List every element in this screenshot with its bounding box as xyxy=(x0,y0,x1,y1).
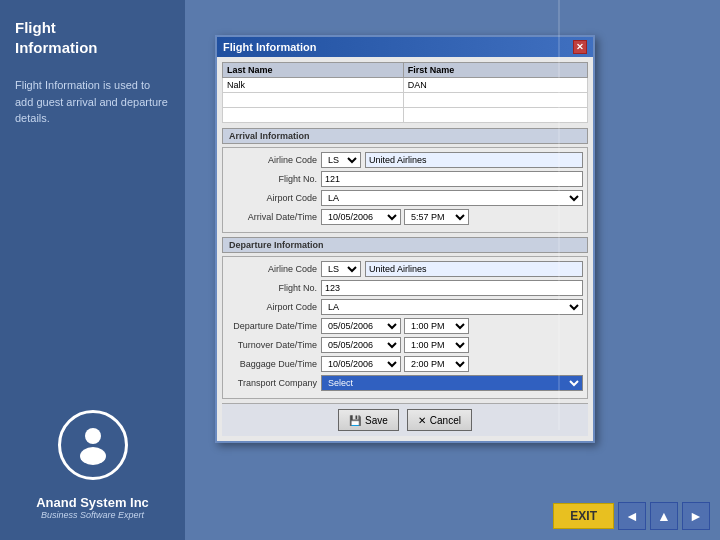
nav-prev-button[interactable]: ◄ xyxy=(618,502,646,530)
dep-airline-row: Airline Code LS xyxy=(227,261,583,277)
dialog-close-button[interactable]: ✕ xyxy=(573,40,587,54)
dep-airport-row: Airport Code LA xyxy=(227,299,583,315)
sidebar-description: Flight Information is used to add guest … xyxy=(0,67,185,137)
dep-flight-row: Flight No. xyxy=(227,280,583,296)
guest-last-name: Nalk xyxy=(223,78,404,93)
arrival-airport-label: Airport Code xyxy=(227,193,317,203)
arrival-flight-label: Flight No. xyxy=(227,174,317,184)
dep-date-row: Departure Date/Time 05/05/2006 1:00 PM xyxy=(227,318,583,334)
company-name: Anand System Inc xyxy=(36,495,149,510)
arrival-date-label: Arrival Date/Time xyxy=(227,212,317,222)
person-icon xyxy=(71,423,115,467)
company-subtitle: Business Software Expert xyxy=(36,510,149,520)
arrival-airline-row: Airline Code LS xyxy=(227,152,583,168)
checkin-date-select[interactable]: 05/05/2006 xyxy=(321,337,401,353)
nav-up-button[interactable]: ▲ xyxy=(650,502,678,530)
arrival-date-select[interactable]: 10/05/2006 xyxy=(321,209,401,225)
dep-airport-select[interactable]: LA xyxy=(321,299,583,315)
dep-airline-label: Airline Code xyxy=(227,264,317,274)
table-row[interactable]: Nalk DAN xyxy=(223,78,588,93)
dep-airline-select[interactable]: LS xyxy=(321,261,361,277)
nav-next-button[interactable]: ► xyxy=(682,502,710,530)
col-last-name: Last Name xyxy=(223,63,404,78)
dialog-title: Flight Information xyxy=(223,41,316,53)
baggage-date-row: Baggage Due/Time 10/05/2006 2:00 PM xyxy=(227,356,583,372)
save-button[interactable]: 💾 Save xyxy=(338,409,399,431)
dialog-buttons: 💾 Save ✕ Cancel xyxy=(222,403,588,436)
cancel-icon: ✕ xyxy=(418,415,426,426)
sidebar: Flight Information Flight Information is… xyxy=(0,0,185,540)
baggage-date-select[interactable]: 10/05/2006 xyxy=(321,356,401,372)
main-area: Flight Information ✕ Last Name First Nam… xyxy=(185,0,720,540)
save-icon: 💾 xyxy=(349,415,361,426)
arrival-airline-name[interactable] xyxy=(365,152,583,168)
transport-row: Transport Company Select xyxy=(227,375,583,391)
exit-nav-area: EXIT ◄ ▲ ► xyxy=(553,502,710,530)
baggage-time-select[interactable]: 2:00 PM xyxy=(404,356,469,372)
checkin-date-label: Turnover Date/Time xyxy=(227,340,317,350)
exit-button[interactable]: EXIT xyxy=(553,503,614,529)
dep-date-label: Departure Date/Time xyxy=(227,321,317,331)
checkin-date-row: Turnover Date/Time 05/05/2006 1:00 PM xyxy=(227,337,583,353)
dep-time-select[interactable]: 1:00 PM xyxy=(404,318,469,334)
dialog-titlebar: Flight Information ✕ xyxy=(217,37,593,57)
dep-airline-name[interactable] xyxy=(365,261,583,277)
cancel-label: Cancel xyxy=(430,415,461,426)
arrival-date-row: Arrival Date/Time 10/05/2006 5:57 PM xyxy=(227,209,583,225)
table-row-empty xyxy=(223,108,588,123)
dialog-body: Last Name First Name Nalk DAN Arrival In… xyxy=(217,57,593,441)
sidebar-title: Flight Information xyxy=(0,0,113,67)
svg-point-1 xyxy=(80,447,106,465)
cancel-button[interactable]: ✕ Cancel xyxy=(407,409,472,431)
arrival-flight-input[interactable] xyxy=(321,171,583,187)
transport-select[interactable]: Select xyxy=(321,375,583,391)
arrival-flight-row: Flight No. xyxy=(227,171,583,187)
arrival-airport-select[interactable]: LA xyxy=(321,190,583,206)
table-row-empty xyxy=(223,93,588,108)
arrival-airline-select[interactable]: LS xyxy=(321,152,361,168)
flight-info-dialog: Flight Information ✕ Last Name First Nam… xyxy=(215,35,595,443)
arrival-section-header: Arrival Information xyxy=(222,128,588,144)
baggage-date-label: Baggage Due/Time xyxy=(227,359,317,369)
transport-label: Transport Company xyxy=(227,378,317,388)
decorative-line xyxy=(558,0,560,430)
checkin-time-select[interactable]: 1:00 PM xyxy=(404,337,469,353)
dep-date-select[interactable]: 05/05/2006 xyxy=(321,318,401,334)
logo-circle xyxy=(58,410,128,480)
dep-airport-label: Airport Code xyxy=(227,302,317,312)
save-label: Save xyxy=(365,415,388,426)
dep-flight-label: Flight No. xyxy=(227,283,317,293)
departure-section: Airline Code LS Flight No. Airport Code … xyxy=(222,256,588,399)
company-info: Anand System Inc Business Software Exper… xyxy=(36,495,149,520)
svg-point-0 xyxy=(85,428,101,444)
arrival-airport-row: Airport Code LA xyxy=(227,190,583,206)
arrival-section: Airline Code LS Flight No. Airport Code … xyxy=(222,147,588,233)
dep-flight-input[interactable] xyxy=(321,280,583,296)
arrival-airline-label: Airline Code xyxy=(227,155,317,165)
departure-section-header: Departure Information xyxy=(222,237,588,253)
arrival-time-select[interactable]: 5:57 PM xyxy=(404,209,469,225)
guest-table: Last Name First Name Nalk DAN xyxy=(222,62,588,123)
